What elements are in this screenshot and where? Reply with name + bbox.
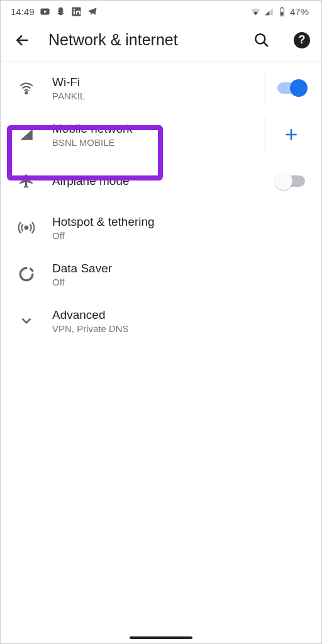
data-saver-row[interactable]: Data Saver Off [1,251,321,297]
airplane-title: Airplane mode [52,174,261,188]
airplane-mode-row[interactable]: Airplane mode [1,158,321,204]
battery-percent: 47% [290,6,309,17]
mobile-network-row[interactable]: Mobile network BSNL MOBILE [1,111,321,158]
telegram-icon [87,6,97,17]
svg-point-7 [255,34,265,43]
svg-rect-3 [73,11,74,14]
navigation-handle[interactable] [130,636,192,639]
data-saver-title: Data Saver [52,262,261,275]
status-time: 14:49 [11,6,35,17]
svg-rect-6 [281,12,284,15]
wifi-icon [1,80,52,96]
hotspot-row[interactable]: Hotspot & tethering Off [1,204,321,251]
settings-list: Wi-Fi PANKIL Mobile network BSNL MOBILE … [1,62,321,344]
wifi-title: Wi-Fi [52,75,261,89]
linkedin-icon [71,6,82,17]
hotspot-title: Hotspot & tethering [52,215,261,229]
airplane-icon [1,173,52,189]
airplane-toggle[interactable] [277,175,305,187]
wifi-status-icon [250,6,261,17]
wifi-subtitle: PANKIL [52,91,261,101]
chevron-down-icon [1,313,52,329]
svg-rect-5 [281,7,283,8]
data-saver-subtitle: Off [52,277,261,287]
page-title: Network & internet [48,31,230,49]
battery-icon [277,6,287,17]
svg-point-8 [25,92,27,94]
youtube-icon [40,6,50,17]
advanced-subtitle: VPN, Private DNS [52,323,261,334]
snapchat-icon [55,6,66,17]
cellular-status-icon [264,6,274,17]
status-bar: 14:49 47% [1,1,321,22]
mobile-title: Mobile network [52,122,261,136]
hotspot-subtitle: Off [52,230,261,241]
data-saver-icon [1,266,52,282]
search-icon[interactable] [253,32,270,48]
cellular-icon [1,126,52,143]
advanced-row[interactable]: Advanced VPN, Private DNS [1,297,321,344]
add-network-icon[interactable] [283,126,299,143]
wifi-toggle[interactable] [277,82,305,94]
help-icon[interactable]: ? [294,32,310,48]
mobile-subtitle: BSNL MOBILE [52,137,261,148]
svg-point-2 [73,8,75,10]
back-icon[interactable] [14,32,31,48]
app-bar: Network & internet ? [1,22,321,62]
wifi-row[interactable]: Wi-Fi PANKIL [1,65,321,111]
svg-point-9 [25,226,28,230]
advanced-title: Advanced [52,308,261,322]
hotspot-icon [1,219,52,236]
